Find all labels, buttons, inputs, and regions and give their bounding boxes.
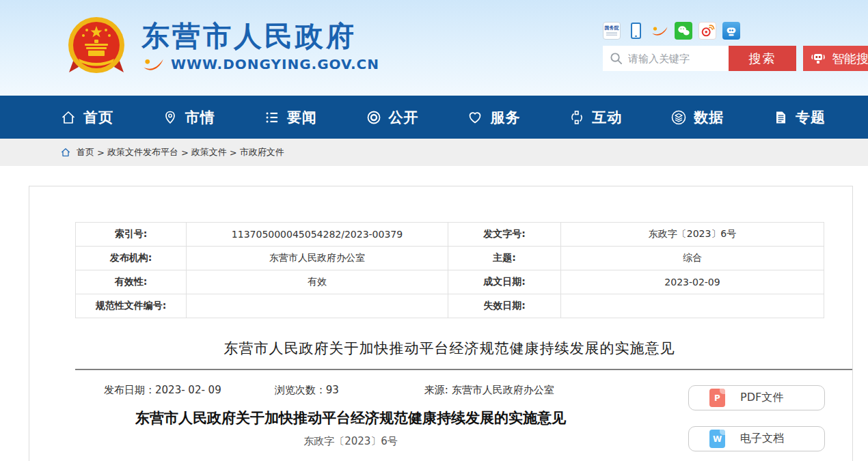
- table-row: 索引号: 113705000045054282/2023-00379 发文字号:…: [76, 223, 824, 247]
- heart-icon: [467, 109, 483, 126]
- nav-label: 要闻: [287, 108, 317, 127]
- breadcrumb-home[interactable]: 首页: [77, 146, 94, 158]
- breadcrumb: 首页 > 政策文件发布平台 > 政策文件 > 市政府文件: [0, 139, 868, 166]
- search-input[interactable]: [628, 53, 720, 65]
- document-icon: [772, 109, 789, 126]
- brand-swoosh-mini-icon[interactable]: [651, 22, 668, 40]
- search-bar: 搜索 智能搜索: [603, 46, 868, 71]
- meta-label-validity: 有效性:: [76, 270, 187, 294]
- nav-label: 专题: [796, 108, 826, 127]
- smart-search-button[interactable]: 智能搜索: [803, 46, 868, 71]
- attachment-buttons: P PDF文件 W 电子文档: [626, 370, 852, 461]
- nav-label: 服务: [490, 108, 520, 127]
- table-row: 有效性: 有效 成文日期: 2023-02-09: [76, 270, 824, 294]
- search-icon: [610, 52, 623, 65]
- weibo-icon[interactable]: [699, 22, 716, 40]
- main-content: 索引号: 113705000045054282/2023-00379 发文字号:…: [0, 166, 868, 461]
- publish-date-label: 发布日期：: [104, 384, 155, 396]
- mobile-app-icon[interactable]: [722, 22, 740, 40]
- robot-icon: [810, 51, 826, 67]
- meta-value-issuer: 东营市人民政府办公室: [187, 247, 448, 270]
- mobile-version-icon[interactable]: [627, 22, 645, 40]
- meta-label-expiry-date: 失效日期:: [448, 294, 561, 318]
- views-value: 93: [326, 384, 339, 396]
- breadcrumb-separator: >: [97, 148, 105, 158]
- meta-value-normative-number: [187, 294, 448, 318]
- meta-label-index: 索引号:: [76, 223, 187, 247]
- source-value: 东营市人民政府办公室: [452, 384, 554, 396]
- word-file-label: 电子文档: [740, 432, 784, 446]
- nav-label: 公开: [389, 108, 419, 127]
- nav-item-news[interactable]: 要闻: [264, 108, 317, 127]
- site-logo[interactable]: 东营市人民政府 WWW.DONGYING.GOV.CN: [65, 15, 379, 78]
- breadcrumb-gov-docs[interactable]: 市政府文件: [240, 146, 284, 158]
- article-column: 发布日期：2023- 02- 09 浏览次数：93 来源: 东营市人民政府办公室…: [75, 370, 626, 461]
- breadcrumb-policy-docs[interactable]: 政策文件: [191, 146, 227, 158]
- target-icon: [366, 109, 382, 126]
- cycle-icon: [569, 109, 585, 126]
- pdf-file-button[interactable]: P PDF文件: [688, 385, 825, 410]
- nav-item-data[interactable]: 数据: [670, 108, 724, 127]
- search-field-wrap: [603, 46, 729, 71]
- site-url: WWW.DONGYING.GOV.CN: [171, 56, 379, 72]
- smart-search-label: 智能搜索: [832, 51, 868, 67]
- nav-item-services[interactable]: 服务: [467, 108, 520, 127]
- map-pin-icon: [162, 109, 178, 126]
- quick-links: 国务院: [603, 22, 740, 40]
- main-nav: 首页 市情 要闻 公开 服务: [0, 96, 868, 139]
- word-file-button[interactable]: W 电子文档: [688, 426, 825, 451]
- brand-swoosh-icon: [141, 57, 165, 72]
- home-icon: [60, 109, 77, 126]
- nav-label: 互动: [592, 108, 622, 127]
- site-header: 东营市人民政府 WWW.DONGYING.GOV.CN 国务院: [0, 0, 868, 96]
- pdf-file-icon: P: [709, 389, 725, 407]
- document-meta-table: 索引号: 113705000045054282/2023-00379 发文字号:…: [75, 222, 824, 318]
- meta-value-doc-number: 东政字〔2023〕6号: [561, 223, 824, 247]
- list-icon: [264, 109, 280, 126]
- meta-value-date-written: 2023-02-09: [561, 270, 824, 294]
- meta-label-date-written: 成文日期:: [448, 270, 561, 294]
- wechat-icon[interactable]: [675, 22, 692, 40]
- pdf-file-label: PDF文件: [740, 391, 783, 405]
- meta-value-expiry-date: [561, 294, 824, 318]
- site-title: 东营市人民政府: [141, 20, 379, 53]
- meta-label-normative-number: 规范性文件编号:: [76, 294, 187, 318]
- state-council-label: 国务院: [605, 26, 619, 31]
- breadcrumb-policy-platform[interactable]: 政策文件发布平台: [107, 146, 178, 158]
- nav-label: 数据: [694, 108, 724, 127]
- nav-item-topics[interactable]: 专题: [772, 108, 826, 127]
- meta-label-topic: 主题:: [448, 247, 561, 270]
- document-card: 索引号: 113705000045054282/2023-00379 发文字号:…: [29, 186, 853, 461]
- publish-date-value: 2023- 02- 09: [155, 384, 221, 396]
- breadcrumb-separator: >: [230, 148, 237, 158]
- nav-item-interaction[interactable]: 互动: [569, 108, 622, 127]
- views-label: 浏览次数：: [275, 384, 326, 396]
- article-doc-number: 东政字〔2023〕6号: [75, 435, 626, 448]
- article-meta: 发布日期：2023- 02- 09 浏览次数：93 来源: 东营市人民政府办公室: [75, 384, 626, 397]
- meta-label-doc-number: 发文字号:: [448, 223, 561, 247]
- nav-label: 市情: [185, 108, 215, 127]
- meta-value-validity: 有效: [187, 270, 448, 294]
- meta-value-topic: 综合: [561, 247, 824, 270]
- state-council-app-icon[interactable]: 国务院: [603, 22, 621, 40]
- nav-item-home[interactable]: 首页: [60, 108, 113, 127]
- layers-icon: [670, 109, 687, 126]
- nav-label: 首页: [83, 108, 113, 127]
- breadcrumb-separator: >: [181, 148, 189, 158]
- search-button[interactable]: 搜索: [729, 46, 796, 71]
- table-row: 规范性文件编号: 失效日期:: [76, 294, 824, 318]
- nav-item-city[interactable]: 市情: [162, 108, 215, 127]
- meta-value-index: 113705000045054282/2023-00379: [187, 223, 448, 247]
- article-title: 东营市人民政府关于加快推动平台经济规范健康持续发展的实施意见: [75, 408, 626, 428]
- national-emblem-icon: [65, 15, 128, 78]
- meta-label-issuer: 发布机构:: [76, 247, 187, 270]
- page-title: 东营市人民政府关于加快推动平台经济规范健康持续发展的实施意见: [75, 339, 824, 358]
- table-row: 发布机构: 东营市人民政府办公室 主题: 综合: [76, 247, 824, 270]
- word-file-icon: W: [709, 430, 725, 448]
- source-label: 来源:: [424, 384, 448, 396]
- nav-item-open-gov[interactable]: 公开: [366, 108, 419, 127]
- breadcrumb-home-icon: [60, 147, 71, 158]
